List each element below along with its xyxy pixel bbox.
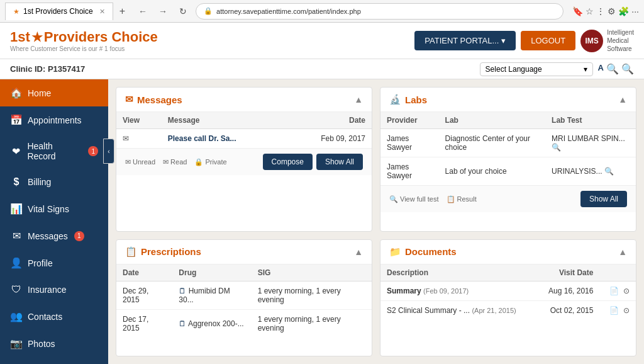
app-header: 1st★Providers Choice Where Customer Serv… bbox=[0, 23, 644, 59]
forward-btn[interactable]: → bbox=[154, 3, 172, 20]
lab-test-1: MRI LUMBAR SPIN... 🔍 bbox=[545, 129, 636, 157]
calendar-icon: 📅 bbox=[10, 114, 23, 126]
messages-badge: 1 bbox=[74, 231, 84, 241]
text-size-icon[interactable]: A bbox=[598, 63, 604, 75]
table-row: ✉ Please call Dr. Sa... Feb 09, 2017 bbox=[116, 129, 372, 149]
patient-portal-button[interactable]: PATIENT PORTAL... ▾ bbox=[414, 31, 516, 50]
document-icon[interactable]: 📄 bbox=[609, 306, 619, 315]
logo-text: 1st★Providers Choice bbox=[10, 29, 158, 45]
search-icon[interactable]: 🔍 bbox=[552, 143, 561, 152]
labs-col-lab: Lab bbox=[439, 112, 546, 129]
sidebar-item-photos[interactable]: 📷 Photos bbox=[0, 330, 108, 357]
rx-sig-2: 1 every morning, 1 every evening bbox=[252, 309, 372, 338]
documents-title-text: Documents bbox=[405, 246, 457, 257]
labs-title-text: Labs bbox=[405, 94, 427, 105]
messages-collapse-btn[interactable]: ▲ bbox=[354, 94, 363, 105]
header-right: PATIENT PORTAL... ▾ LOGOUT IMS Intellige… bbox=[414, 28, 634, 53]
eye-icon[interactable]: ⊙ bbox=[623, 306, 630, 315]
labs-collapse-btn[interactable]: ▲ bbox=[618, 94, 627, 105]
rx-col-date: Date bbox=[116, 264, 172, 282]
doc-visit-date-2: Oct 02, 2015 bbox=[536, 300, 599, 320]
back-btn[interactable]: ← bbox=[134, 3, 152, 20]
table-row: Dec 17, 2015 🗒 Aggrenox 200-... 1 every … bbox=[116, 309, 372, 338]
view-full-test-link[interactable]: 🔍 View full test bbox=[389, 195, 439, 203]
sidebar-collapse-btn[interactable]: ‹ bbox=[103, 139, 114, 164]
sidebar-item-billing[interactable]: $ Billing bbox=[0, 169, 108, 195]
doc-description-2: S2 Clinical Summary - ... (Apr 21, 2015) bbox=[380, 300, 536, 320]
sidebar-item-home[interactable]: 🏠 Home bbox=[0, 79, 108, 106]
global-search-icon[interactable]: 🔍 bbox=[621, 63, 634, 75]
sidebar-item-facesheet[interactable]: 📄 Facesheet bbox=[0, 357, 108, 364]
address-bar[interactable]: 🔒 attorney.savepatienttime.com/patient/i… bbox=[196, 3, 564, 20]
labs-footer-links: 🔍 View full test 📋 Result bbox=[389, 195, 477, 203]
private-link[interactable]: 🔒 Private bbox=[194, 158, 226, 166]
menu-btn[interactable]: ⋮ bbox=[596, 6, 605, 16]
doc-col-visit-date: Visit Date bbox=[536, 264, 599, 282]
prescriptions-title-text: Prescriptions bbox=[141, 246, 201, 257]
sidebar-item-health-record[interactable]: ❤ Health Record 1 ‹ bbox=[0, 134, 108, 169]
search-icon[interactable]: 🔍 bbox=[604, 167, 614, 176]
result-link[interactable]: 📋 Result bbox=[447, 195, 477, 203]
tab-close[interactable]: ✕ bbox=[99, 8, 105, 16]
unread-link[interactable]: ✉ Unread bbox=[125, 158, 155, 166]
language-select[interactable]: Select Language ▾ bbox=[480, 62, 593, 76]
messages-show-all-button[interactable]: Show All bbox=[316, 154, 363, 170]
clinic-id: Clinic ID: P1357417 bbox=[10, 64, 85, 74]
ims-icon: IMS bbox=[580, 30, 603, 52]
sidebar-item-appointments[interactable]: 📅 Appointments bbox=[0, 106, 108, 134]
read-link[interactable]: ✉ Read bbox=[163, 158, 187, 166]
refresh-btn[interactable]: ↻ bbox=[174, 3, 192, 20]
sidebar-item-label: Health Record bbox=[27, 141, 82, 161]
document-icon[interactable]: 📄 bbox=[609, 287, 619, 295]
browser-actions: 🔖 ☆ ⋮ ⚙ 🧩 ··· bbox=[567, 6, 639, 16]
labs-card-title: 🔬 Labs bbox=[389, 94, 427, 105]
labs-col-provider: Provider bbox=[380, 112, 439, 129]
tab-title: 1st Providers Choice bbox=[23, 7, 93, 16]
file-result-icon: 📋 bbox=[447, 195, 455, 203]
search-icon[interactable]: 🔍 bbox=[606, 63, 619, 75]
envelope-icon: ✉ bbox=[125, 158, 131, 166]
sidebar-item-label: Billing bbox=[28, 177, 51, 187]
sidebar-item-profile[interactable]: 👤 Profile bbox=[0, 249, 108, 276]
sidebar-item-contacts[interactable]: 👥 Contacts bbox=[0, 303, 108, 330]
prescriptions-card-body: Date Drug SIG Dec 29, 2015 🗒 Humibid DM … bbox=[116, 264, 372, 338]
documents-collapse-btn[interactable]: ▲ bbox=[618, 247, 627, 257]
table-row: James Sawyer Lab of your choice URINALYS… bbox=[380, 157, 636, 186]
more-btn[interactable]: ··· bbox=[631, 6, 639, 16]
sidebar-item-insurance[interactable]: 🛡 Insurance bbox=[0, 276, 108, 303]
sidebar-item-label: Vital Signs bbox=[28, 204, 69, 214]
home-icon: 🏠 bbox=[10, 87, 23, 99]
prescriptions-collapse-btn[interactable]: ▲ bbox=[354, 247, 363, 257]
new-tab-btn[interactable]: + bbox=[119, 6, 125, 17]
labs-show-all-button[interactable]: Show All bbox=[580, 191, 627, 207]
messages-card-header: ✉ Messages ▲ bbox=[116, 88, 372, 112]
prescriptions-card-title: 📋 Prescriptions bbox=[125, 246, 201, 258]
star-btn[interactable]: ☆ bbox=[586, 6, 594, 16]
labs-col-labtest: Lab Test bbox=[545, 112, 636, 129]
sidebar: 🏠 Home 📅 Appointments ❤ Health Record 1 … bbox=[0, 79, 108, 364]
messages-footer-btns: Compose Show All bbox=[263, 154, 363, 170]
ims-logo: IMS Intelligent Medical Software bbox=[580, 28, 634, 53]
table-row: James Sawyer Diagnostic Center of your c… bbox=[380, 129, 636, 157]
message-text[interactable]: Please call Dr. Sa... bbox=[162, 129, 285, 149]
eye-icon[interactable]: ⊙ bbox=[623, 287, 630, 295]
messages-footer-links: ✉ Unread ✉ Read 🔒 Private bbox=[125, 158, 227, 166]
settings-btn[interactable]: ⚙ bbox=[608, 6, 616, 16]
compose-button[interactable]: Compose bbox=[263, 154, 313, 170]
labs-card: 🔬 Labs ▲ Provider Lab Lab Test bbox=[380, 87, 636, 232]
sidebar-item-vital-signs[interactable]: 📊 Vital Signs bbox=[0, 195, 108, 222]
doc-description-1: Summary (Feb 09, 2017) bbox=[380, 281, 536, 300]
sidebar-item-messages[interactable]: ✉ Messages 1 bbox=[0, 222, 108, 249]
url-text: attorney.savepatienttime.com/patient/ind… bbox=[216, 8, 361, 15]
sidebar-item-label: Contacts bbox=[28, 312, 62, 322]
messages-title-icon: ✉ bbox=[125, 94, 133, 105]
extensions-btn[interactable]: 🧩 bbox=[618, 6, 629, 16]
bookmark-btn[interactable]: 🔖 bbox=[572, 6, 583, 16]
messages-card-body: View Message Date ✉ Please call Dr. Sa..… bbox=[116, 112, 372, 148]
browser-tab[interactable]: ★ 1st Providers Choice ✕ bbox=[5, 3, 113, 20]
sidebar-item-label: Messages bbox=[28, 231, 68, 241]
logout-button[interactable]: LOGOUT bbox=[521, 31, 575, 50]
logo-subtitle: Where Customer Service is our # 1 focus bbox=[10, 45, 158, 52]
documents-card-header: 📁 Documents ▲ bbox=[380, 240, 636, 264]
table-row: S2 Clinical Summary - ... (Apr 21, 2015)… bbox=[380, 300, 636, 320]
